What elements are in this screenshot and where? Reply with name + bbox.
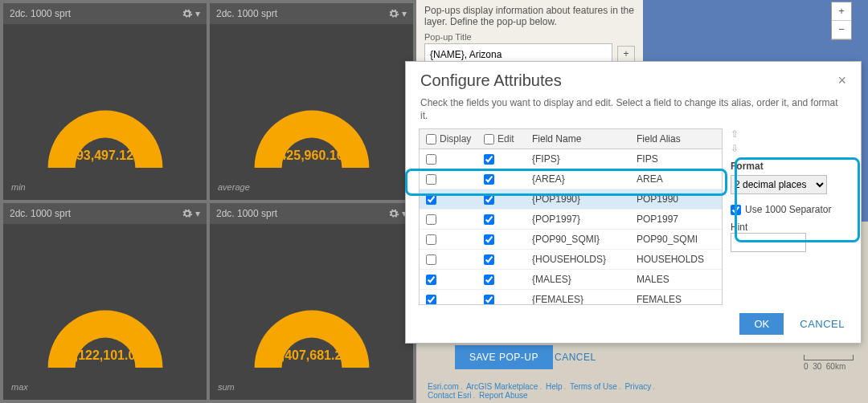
table-row[interactable]: {AREA} AREA <box>420 169 722 189</box>
header-field-name: Field Name <box>532 133 637 145</box>
field-alias: FEMALES <box>637 294 722 304</box>
field-alias: POP90_SQMI <box>637 234 722 245</box>
card-stat-label: max <box>11 382 28 392</box>
zoom-out[interactable]: − <box>832 21 851 39</box>
edit-all-checkbox[interactable] <box>484 134 494 145</box>
use-1000-separator-checkbox[interactable] <box>731 205 741 215</box>
popup-hint: Pop-ups display information about featur… <box>424 5 635 27</box>
card-title: 2dc. 1000 sprt <box>10 8 71 19</box>
display-checkbox[interactable] <box>426 194 436 205</box>
gear-icon[interactable]: ▾ <box>182 8 200 19</box>
card-title: 2dc. 1000 sprt <box>10 208 71 219</box>
field-alias: MALES <box>637 274 722 285</box>
field-name: {FEMALES} <box>532 294 637 304</box>
card-title: 2dc. 1000 sprt <box>216 8 277 19</box>
field-name: {POP1997} <box>532 214 637 225</box>
link-marketplace[interactable]: ArcGIS Marketplace <box>466 382 538 391</box>
field-alias: POP1990 <box>637 193 722 205</box>
header-edit: Edit <box>497 133 514 145</box>
edit-checkbox[interactable] <box>484 275 494 285</box>
table-row[interactable]: {FEMALES} FEMALES <box>420 290 722 304</box>
edit-checkbox[interactable] <box>484 295 494 304</box>
table-row[interactable]: {MALES} MALES <box>420 270 722 290</box>
gauge-value: 425,960.16 <box>244 149 380 163</box>
save-popup-button[interactable]: SAVE POP-UP <box>455 345 553 369</box>
table-row[interactable]: {POP1990} POP1990 <box>420 189 722 210</box>
move-up-icon[interactable]: ⇧ <box>731 128 845 140</box>
field-alias: AREA <box>637 173 722 185</box>
gear-icon[interactable]: ▾ <box>388 208 407 219</box>
display-checkbox[interactable] <box>426 254 436 265</box>
header-display: Display <box>440 133 471 145</box>
use-1000-separator-label: Use 1000 Separator <box>745 204 831 215</box>
table-row[interactable]: {FIPS} FIPS <box>420 149 722 169</box>
scale-bar: 0 30 60km <box>804 355 854 371</box>
card-stat-label: average <box>218 182 250 192</box>
table-row[interactable]: {POP1997} POP1997 <box>420 210 722 230</box>
display-checkbox[interactable] <box>426 234 436 245</box>
field-name: {MALES} <box>532 274 637 285</box>
display-checkbox[interactable] <box>426 154 436 165</box>
configure-attributes-dialog: Configure Attributes × Check the fields … <box>405 61 862 344</box>
display-checkbox[interactable] <box>426 275 436 285</box>
link-terms[interactable]: Terms of Use <box>570 382 617 391</box>
edit-checkbox[interactable] <box>484 234 494 245</box>
card-title: 2dc. 1000 sprt <box>216 208 277 219</box>
cancel-button[interactable]: CANCEL <box>800 318 845 330</box>
link-privacy[interactable]: Privacy <box>624 382 651 391</box>
link-contact[interactable]: Contact Esri <box>428 391 471 400</box>
table-row[interactable]: {HOUSEHOLDS} HOUSEHOLDS <box>420 250 722 270</box>
gauge-value: 2,122,101.00 <box>37 348 174 363</box>
field-name: {FIPS} <box>532 153 637 165</box>
field-name: {POP90_SQMI} <box>532 234 637 245</box>
gauge-value: 93,497.12 <box>37 149 174 163</box>
table-row[interactable]: {POP90_SQMI} POP90_SQMI <box>420 230 722 250</box>
zoom-in[interactable]: + <box>832 2 851 21</box>
edit-checkbox[interactable] <box>484 214 494 225</box>
edit-checkbox[interactable] <box>484 254 494 265</box>
field-alias: POP1997 <box>637 214 722 225</box>
edit-checkbox[interactable] <box>484 194 494 205</box>
field-name: {HOUSEHOLDS} <box>532 254 637 265</box>
dialog-title: Configure Attributes <box>420 71 562 90</box>
gauge-value: 3,407,681.25 <box>244 348 380 363</box>
hint-label: Hint <box>731 222 845 233</box>
format-select[interactable]: 2 decimal places <box>731 175 827 194</box>
link-help[interactable]: Help <box>546 382 563 391</box>
dialog-description: Check the fields you want to display and… <box>406 93 861 128</box>
hint-input[interactable] <box>731 233 806 252</box>
popup-title-label: Pop-up Title <box>424 32 635 42</box>
display-checkbox[interactable] <box>426 174 436 185</box>
field-alias: HOUSEHOLDS <box>637 254 722 265</box>
link-report[interactable]: Report Abuse <box>479 391 528 400</box>
header-field-alias: Field Alias <box>637 133 722 145</box>
format-label: Format <box>731 161 845 172</box>
field-name: {AREA} <box>532 173 637 185</box>
close-icon[interactable]: × <box>837 72 846 89</box>
edit-checkbox[interactable] <box>484 174 494 185</box>
display-all-checkbox[interactable] <box>426 134 436 145</box>
field-alias: FIPS <box>637 153 722 165</box>
gear-icon[interactable]: ▾ <box>388 8 407 19</box>
display-checkbox[interactable] <box>426 295 436 304</box>
card-stat-label: sum <box>218 382 235 392</box>
edit-checkbox[interactable] <box>484 154 494 165</box>
display-checkbox[interactable] <box>426 214 436 225</box>
link-esri[interactable]: Esri.com <box>428 382 459 391</box>
gear-icon[interactable]: ▾ <box>182 208 200 219</box>
card-stat-label: min <box>11 182 26 192</box>
field-name: {POP1990} <box>532 193 637 205</box>
move-down-icon[interactable]: ⇩ <box>731 143 845 154</box>
cancel-popup-link[interactable]: CANCEL <box>555 352 596 363</box>
ok-button[interactable]: OK <box>739 313 784 335</box>
footer-links: Esri.com. ArcGIS Marketplace. Help. Term… <box>428 382 657 400</box>
